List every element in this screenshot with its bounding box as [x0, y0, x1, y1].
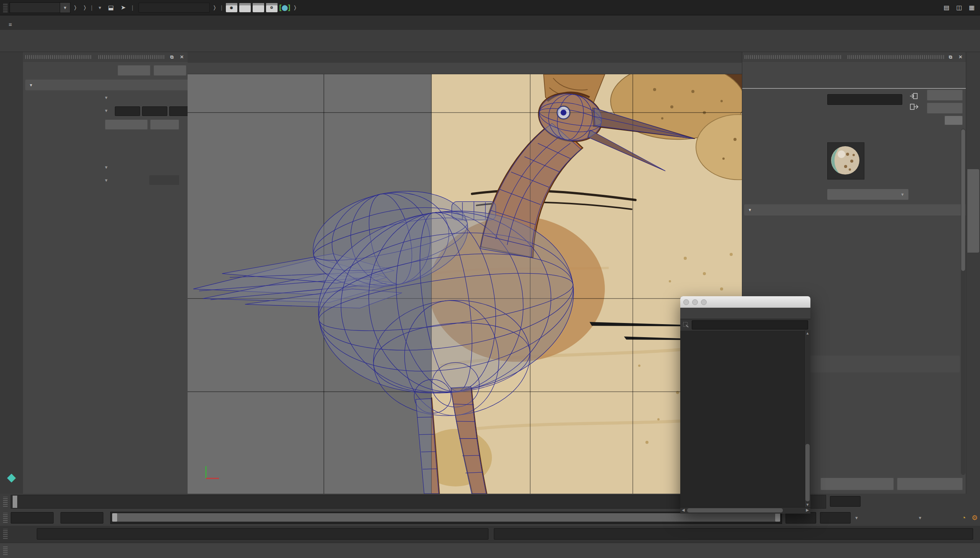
focus-button[interactable] [927, 90, 963, 101]
snap-cursor-icon[interactable]: ➤ [118, 2, 128, 13]
input-connection-icon[interactable] [909, 92, 918, 100]
group-chevron-icon[interactable]: ❭ [293, 5, 297, 10]
viewport-icon-bar [187, 63, 742, 74]
drag-handle[interactable] [3, 529, 8, 539]
reset-pivot-button[interactable] [150, 120, 179, 130]
anim-layer-dropdown[interactable]: ▼ [854, 513, 862, 523]
common-material-attributes-section[interactable]: ▼ [744, 204, 966, 215]
material-sample-swatch[interactable] [827, 142, 864, 179]
drag-handle[interactable] [3, 547, 8, 555]
panel-drag-handle[interactable] [745, 55, 841, 59]
copy-tab-button[interactable] [897, 478, 963, 490]
render-view-icon[interactable]: ◉ [226, 3, 237, 12]
timeline-playhead[interactable] [13, 496, 17, 508]
material-type-dropdown[interactable]: ▼ [827, 189, 908, 200]
animation-preferences-icon[interactable]: ⚙ [972, 513, 978, 523]
maya-window: ▼ ❭ ❭ | ▼ ⬓ ➤ | ❭ | ◉ ⚙ [⬤] ❭ ▤ ◫ ▦ ≡ [0, 0, 980, 558]
command-line [0, 526, 980, 543]
modeling-toolkit-gem-icon[interactable]: ◆ [0, 470, 23, 484]
output-connection-icon[interactable] [909, 103, 918, 111]
filter-icon[interactable] [683, 322, 689, 328]
window-close-icon[interactable] [683, 299, 689, 305]
reset-tool-button[interactable] [118, 65, 151, 76]
chevron-down-icon[interactable]: ▼ [104, 108, 108, 113]
float-panel-icon[interactable]: ⧉ [168, 54, 175, 60]
playback-end-field[interactable] [786, 512, 816, 524]
scene-view [187, 74, 742, 494]
animation-end-field[interactable] [820, 512, 850, 524]
outliner-search-input[interactable] [692, 320, 808, 330]
panel-drag-handle[interactable] [847, 55, 944, 59]
ipr-render-icon[interactable] [253, 3, 264, 12]
drag-handle[interactable] [3, 3, 8, 12]
group-chevron-icon[interactable]: ❭ [73, 5, 77, 10]
range-slider-bar[interactable] [112, 513, 780, 522]
playback-start-field[interactable] [61, 512, 103, 524]
chevron-down-icon[interactable]: ▼ [98, 5, 102, 10]
character-set-dropdown[interactable]: ▼ [918, 513, 925, 523]
load-attributes-button[interactable] [820, 478, 894, 490]
chevron-down-icon[interactable]: ▼ [104, 95, 108, 100]
close-panel-icon[interactable]: ✕ [178, 54, 185, 60]
workspace-grid-icon[interactable]: ▤ [941, 2, 952, 13]
panel-drag-handle[interactable] [25, 55, 92, 59]
range-slider-row: ▼ ▼ ◔ ⚙ [0, 510, 980, 526]
window-zoom-icon[interactable] [701, 299, 707, 305]
panel-drag-handle[interactable] [98, 55, 165, 59]
command-result-field [494, 528, 973, 540]
group-chevron-icon[interactable]: ❭ [83, 5, 87, 10]
time-slider [0, 494, 980, 510]
step-snap-size-field [149, 175, 179, 185]
outliner-window: ▲▼ ◀▶ [680, 296, 811, 514]
hide-button[interactable] [944, 116, 963, 125]
shelf-menu-icon[interactable]: ≡ [4, 18, 17, 30]
lock-icon[interactable]: ⬓ [106, 2, 116, 13]
move-z-field[interactable] [169, 107, 188, 116]
outliner-horizontal-scrollbar[interactable]: ◀▶ [680, 507, 811, 514]
tab-attribute-editor[interactable] [967, 169, 979, 253]
viewport-panel [187, 52, 742, 494]
live-surface-field[interactable] [139, 3, 210, 13]
window-minimize-icon[interactable] [692, 299, 698, 305]
chevron-down-icon: ▼ [900, 192, 904, 197]
move-x-field[interactable] [115, 107, 140, 116]
drag-handle[interactable] [3, 513, 8, 523]
group-chevron-icon[interactable]: ❭ [212, 5, 217, 10]
float-panel-icon[interactable]: ⧉ [947, 54, 954, 60]
render-current-frame-icon[interactable] [239, 3, 251, 12]
close-panel-icon[interactable]: ✕ [957, 54, 964, 60]
outliner-menu-bar [680, 308, 811, 319]
chevron-down-icon[interactable]: ▼ [104, 165, 108, 169]
range-start-handle[interactable] [112, 513, 117, 522]
playback-speed-icon[interactable]: ◔ [962, 513, 966, 523]
tool-help-button[interactable] [154, 65, 186, 76]
material-name-field[interactable] [827, 94, 902, 105]
viewport-canvas[interactable] [187, 74, 742, 494]
status-line: ▼ ❭ ❭ | ▼ ⬓ ➤ | ❭ | ◉ ⚙ [⬤] ❭ ▤ ◫ ▦ [0, 0, 980, 15]
move-settings-section[interactable]: ▼ [25, 80, 188, 90]
current-frame-field[interactable] [830, 496, 860, 507]
chevron-down-icon: ▼ [854, 515, 859, 520]
move-y-field[interactable] [142, 107, 167, 116]
chevron-down-icon[interactable]: ▼ [104, 178, 108, 182]
render-settings-icon[interactable]: ⚙ [266, 3, 277, 12]
edit-pivot-button[interactable] [105, 120, 148, 130]
chevron-down-icon[interactable]: ▼ [60, 2, 71, 13]
sequence-render-icon[interactable]: [⬤] [279, 3, 291, 11]
workspace-list-icon[interactable]: ▦ [967, 2, 977, 13]
outliner-titlebar[interactable] [680, 296, 811, 308]
command-input[interactable] [37, 528, 489, 540]
outliner-vertical-scrollbar[interactable]: ▲▼ [804, 330, 811, 507]
outliner-list [680, 331, 811, 508]
workspace-panes-icon[interactable]: ◫ [954, 2, 964, 13]
drag-handle[interactable] [3, 497, 8, 507]
range-end-handle[interactable] [775, 513, 780, 522]
outliner-search-row [680, 319, 811, 331]
view-axis-gizmo [200, 463, 223, 484]
menu-set-selector[interactable]: ▼ [10, 2, 71, 13]
animation-start-field[interactable] [11, 512, 54, 524]
attribute-editor-scrollbar[interactable] [961, 129, 965, 475]
shelf-icon-row [0, 30, 980, 52]
tab-channel-box-layer-editor[interactable] [967, 56, 979, 174]
presets-button[interactable] [927, 103, 963, 114]
